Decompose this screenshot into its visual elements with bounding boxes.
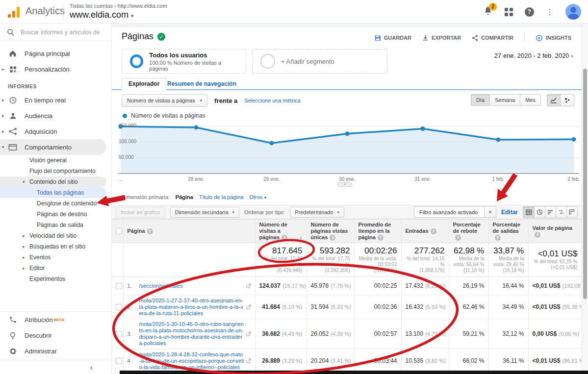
metric-percent: (6,29 %) bbox=[425, 283, 446, 289]
sidebar-item-editor[interactable]: ▸Editor bbox=[0, 263, 111, 274]
segment-subtitle: 100,00 % Número de visitas a páginas bbox=[149, 60, 238, 72]
page-link[interactable]: /nota/2020-1-27-2-37-40-otro-asesinato-e… bbox=[139, 298, 244, 317]
sidebar-item-atribucion[interactable]: AtribuciónBETA bbox=[0, 312, 111, 327]
sidebar-item-desglose-de-contenido[interactable]: Desglose de contenido bbox=[0, 198, 111, 209]
insights-button[interactable]: INSIGHTS bbox=[536, 34, 571, 42]
external-link-icon[interactable] bbox=[246, 356, 251, 365]
cell-bounce: 66,02 % bbox=[449, 349, 488, 373]
chevron-right-icon: ▸ bbox=[23, 265, 25, 272]
metric-percent: (4,49 %) bbox=[282, 331, 303, 337]
granularity-semana[interactable]: Semana bbox=[490, 94, 520, 106]
plot-rows-button[interactable]: Incluir en gráfico bbox=[116, 207, 165, 218]
page-link[interactable]: /nota/2020-1-28-4-28-32-confeso-que-mato… bbox=[139, 351, 244, 371]
sidebar-item-experimentos[interactable]: Experimentos bbox=[0, 274, 111, 284]
help-icon[interactable]: ? bbox=[281, 235, 287, 241]
page-link[interactable]: /seccion/policiales bbox=[139, 283, 244, 289]
metric-percent: (5,10 %) bbox=[282, 304, 303, 310]
page-link[interactable]: /nota/2020-1-30-10-45-0-otro-robo-sangri… bbox=[139, 321, 244, 347]
cell-bounce: 59,21 % bbox=[449, 319, 488, 349]
page-title: Páginas ✓ bbox=[122, 31, 165, 42]
add-segment-button[interactable]: + Añadir segmento bbox=[252, 49, 387, 74]
external-link-icon[interactable] bbox=[246, 281, 251, 290]
table-view-button[interactable] bbox=[523, 207, 534, 218]
motion-chart-view-button[interactable] bbox=[561, 94, 574, 106]
sidebar-item-paginas-de-destino[interactable]: Páginas de destino bbox=[0, 209, 111, 220]
line-chart-view-button[interactable] bbox=[547, 94, 561, 106]
column-header-porcentaje-de-salidas: Porcentaje de salidas? bbox=[488, 220, 528, 243]
date-range-selector[interactable]: 27 ene. 2020 - 2 feb. 2020 ▾ bbox=[494, 52, 573, 59]
row-checkbox[interactable] bbox=[116, 331, 122, 337]
sort-type-dropdown[interactable]: Predeterminado▾ bbox=[290, 207, 344, 218]
help-icon[interactable]: ? bbox=[535, 232, 540, 238]
select-metric-link[interactable]: Seleccione una métrica bbox=[244, 98, 300, 103]
sidebar-item-eventos[interactable]: ▸Eventos bbox=[0, 252, 111, 263]
help-icon[interactable]: ? bbox=[525, 7, 534, 17]
comparison-view-button[interactable] bbox=[556, 207, 566, 218]
search-input[interactable] bbox=[21, 29, 104, 36]
help-icon[interactable]: ? bbox=[378, 235, 383, 241]
overflow-menu-icon[interactable]: ⋮ bbox=[546, 7, 554, 17]
help-icon[interactable]: ? bbox=[431, 228, 436, 234]
sort-desc-icon[interactable]: ↓ bbox=[300, 234, 303, 241]
row-checkbox[interactable] bbox=[116, 358, 122, 364]
performance-view-button[interactable] bbox=[545, 207, 556, 218]
external-link-icon[interactable] bbox=[246, 302, 251, 311]
column-header-promedio-de-tiempo-en-la-pagina: Promedio de tiempo en la página? bbox=[354, 220, 401, 243]
save-button[interactable]: GUARDAR bbox=[375, 35, 411, 41]
cell-page-value: <0,01 US$(55,38 %) bbox=[528, 295, 582, 319]
sidebar-item-en-tiempo-real[interactable]: ▸En tiempo real bbox=[0, 92, 111, 108]
sidebar-item-velocidad-del-sitio[interactable]: ▸Velocidad del sitio bbox=[0, 230, 111, 241]
sidebar-item-comportamiento[interactable]: ▾Comportamiento bbox=[0, 139, 106, 155]
sidebar-item-flujo-del-comportamiento[interactable]: Flujo del comportamiento bbox=[0, 166, 111, 176]
sidebar-item-label: En tiempo real bbox=[25, 97, 66, 104]
help-icon[interactable]: ? bbox=[330, 235, 335, 241]
segment-all-users[interactable]: Todos los usuarios 100,00 % Número de vi… bbox=[122, 49, 246, 74]
analytics-logo-icon[interactable] bbox=[8, 5, 20, 18]
pivot-view-button[interactable] bbox=[566, 207, 577, 218]
property-selector[interactable]: www.eldia.com ▾ bbox=[70, 10, 134, 20]
sidebar-item-adquisicion[interactable]: ▸Adquisición bbox=[0, 124, 111, 139]
sidebar-item-pagina-principal[interactable]: Página principal bbox=[0, 46, 111, 61]
line-chart bbox=[118, 123, 579, 175]
sidebar-item-vision-general[interactable]: Visión general bbox=[0, 155, 111, 166]
sidebar-item-contenido-del-sitio[interactable]: ▾Contenido del sitio bbox=[0, 176, 106, 187]
sidebar-collapse-button[interactable]: ‹ bbox=[0, 360, 111, 374]
sidebar-item-audiencia[interactable]: ▸Audiencia bbox=[0, 108, 111, 124]
help-icon[interactable]: ? bbox=[147, 228, 153, 234]
scrollbar-thumb[interactable] bbox=[583, 69, 587, 299]
dimension-titulo-pagina[interactable]: Título de la página bbox=[199, 194, 244, 200]
dimension-pagina[interactable]: Página bbox=[176, 194, 193, 200]
metric-dropdown[interactable]: Número de visitas a páginas▾ bbox=[122, 94, 207, 107]
filter-close-button[interactable]: × bbox=[484, 207, 496, 217]
filter-edit-link[interactable]: Editar bbox=[501, 209, 518, 216]
sidebar-item-paginas-de-salida[interactable]: Páginas de salida bbox=[0, 220, 111, 230]
help-icon[interactable]: ? bbox=[495, 235, 501, 241]
row-checkbox[interactable] bbox=[116, 304, 122, 310]
row-checkbox-cell bbox=[112, 319, 123, 349]
external-link-icon[interactable] bbox=[246, 329, 251, 338]
sidebar-item-personalizacion[interactable]: ▸Personalización bbox=[0, 61, 111, 77]
row-checkbox[interactable] bbox=[116, 283, 122, 289]
insights-icon bbox=[536, 34, 543, 42]
select-all-checkbox[interactable] bbox=[116, 228, 122, 234]
sidebar-item-label: Editor bbox=[29, 265, 45, 272]
tab-resumen-navegacion[interactable]: Resumen de navegación bbox=[167, 80, 236, 87]
chart-scroll-handle[interactable]: ▾ bbox=[337, 182, 352, 187]
dimension-otros[interactable]: Otros ▾ bbox=[249, 194, 266, 200]
export-button[interactable]: EXPORTAR bbox=[422, 35, 461, 41]
granularity-dia[interactable]: Día bbox=[471, 94, 490, 106]
tab-explorador[interactable]: Explorador bbox=[122, 78, 166, 90]
sidebar-item-busquedas-en-el-sitio[interactable]: ▸Búsquedas en el sitio bbox=[0, 241, 111, 252]
sidebar-item-administrar[interactable]: Administrar bbox=[0, 343, 111, 359]
secondary-dimension-dropdown[interactable]: Dimensión secundaria▾ bbox=[170, 207, 239, 218]
sidebar-item-descubrir[interactable]: Descubrir bbox=[0, 327, 111, 343]
customization-icon bbox=[8, 65, 18, 74]
apps-grid-icon[interactable] bbox=[505, 8, 513, 16]
share-button[interactable]: COMPARTIR bbox=[472, 35, 513, 41]
help-icon[interactable]: ? bbox=[455, 235, 461, 241]
notifications-button[interactable]: 2 bbox=[483, 6, 493, 18]
granularity-mes[interactable]: Mes bbox=[520, 94, 541, 106]
sidebar-item-todas-las-paginas[interactable]: Todas las páginas bbox=[0, 187, 106, 198]
percentage-view-button[interactable] bbox=[534, 207, 545, 218]
avatar[interactable] bbox=[565, 4, 581, 20]
